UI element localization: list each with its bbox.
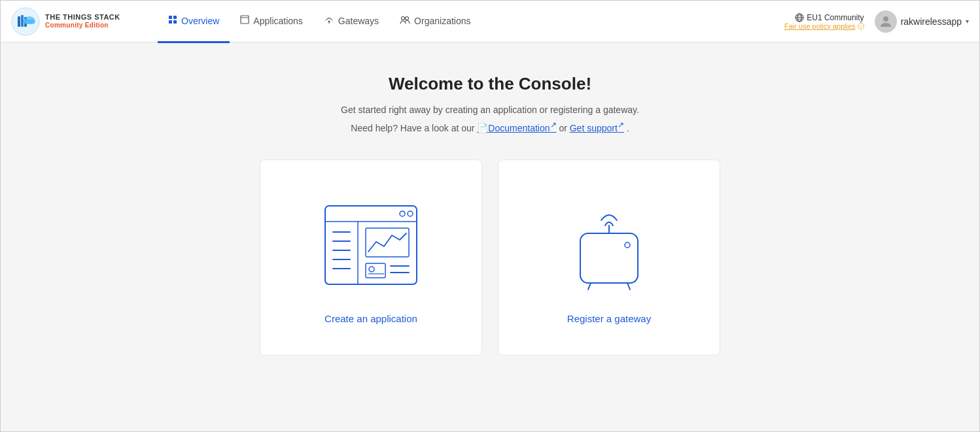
nav-item-organizations-label: Organizations: [414, 16, 470, 26]
nav-item-overview[interactable]: Overview: [158, 1, 230, 43]
cards-container: Create an application: [235, 159, 745, 356]
user-area[interactable]: rakwirelessapp ▾: [875, 10, 969, 33]
avatar-icon: [878, 14, 894, 29]
logo-subtitle: Community Edition: [45, 22, 120, 29]
svg-point-37: [369, 267, 374, 272]
svg-point-28: [408, 211, 413, 216]
svg-point-27: [400, 211, 405, 216]
application-card-icon: [306, 193, 436, 300]
svg-rect-9: [169, 20, 172, 24]
help-text: Need help? Have a look at our 📄Documenta…: [351, 120, 629, 133]
svg-line-44: [588, 283, 591, 290]
svg-point-15: [402, 17, 405, 20]
svg-text:?: ?: [860, 24, 862, 28]
documentation-link[interactable]: 📄Documentation↗: [477, 123, 556, 133]
nav-item-gateways-label: Gateways: [338, 16, 379, 26]
svg-point-16: [406, 17, 409, 20]
svg-point-6: [29, 19, 35, 24]
svg-point-24: [883, 16, 888, 22]
nav-item-applications[interactable]: Applications: [230, 1, 313, 43]
logo-title: THE THINGS STACK: [45, 13, 120, 22]
svg-rect-36: [366, 263, 385, 278]
main-content: Welcome to the Console! Get started righ…: [1, 42, 979, 432]
region-name: EU1 Community: [795, 13, 864, 22]
welcome-title: Welcome to the Console!: [389, 74, 591, 94]
ttn-logo-icon: [11, 7, 40, 36]
svg-rect-11: [241, 16, 249, 24]
globe-icon: [795, 13, 804, 22]
create-application-card[interactable]: Create an application: [260, 159, 482, 356]
help-text-middle: or: [559, 123, 569, 133]
nav-items: Overview Applications Gate: [158, 1, 784, 42]
create-application-label: Create an application: [324, 313, 417, 324]
svg-rect-10: [173, 20, 177, 24]
navbar: THE THINGS STACK Community Edition Overv…: [1, 1, 979, 42]
register-gateway-label: Register a gateway: [567, 313, 651, 324]
nav-item-gateways[interactable]: Gateways: [313, 1, 389, 43]
svg-rect-2: [21, 15, 24, 27]
support-link[interactable]: Get support↗: [570, 123, 624, 133]
region-info: EU1 Community Fair use policy applies ?: [784, 13, 864, 30]
gateway-card-icon: [544, 193, 674, 300]
help-text-before: Need help? Have a look at our: [351, 123, 477, 133]
doc-icon: 📄: [477, 123, 488, 133]
nav-item-overview-label: Overview: [181, 16, 219, 26]
welcome-subtitle: Get started right away by creating an ap…: [341, 105, 639, 115]
logo-text: THE THINGS STACK Community Edition: [45, 13, 120, 29]
overview-icon: [168, 15, 177, 26]
applications-icon: [240, 15, 249, 26]
user-avatar: [875, 10, 897, 33]
header-right: EU1 Community Fair use policy applies ? …: [784, 10, 969, 33]
svg-rect-7: [169, 16, 172, 19]
nav-item-organizations[interactable]: Organizations: [389, 1, 481, 43]
help-icon: ?: [858, 23, 864, 29]
gateways-icon: [324, 15, 334, 26]
help-text-after: .: [627, 123, 629, 133]
svg-line-45: [627, 283, 630, 290]
username-label: rakwirelessapp: [901, 16, 962, 27]
fair-use-policy[interactable]: Fair use policy applies ?: [784, 22, 864, 30]
svg-rect-1: [18, 16, 20, 27]
logo-area: THE THINGS STACK Community Edition: [11, 7, 142, 36]
svg-point-13: [328, 21, 330, 23]
register-gateway-card[interactable]: Register a gateway: [498, 159, 720, 356]
svg-point-43: [625, 242, 630, 248]
nav-item-applications-label: Applications: [253, 16, 303, 26]
svg-rect-8: [173, 16, 177, 19]
svg-rect-42: [580, 233, 638, 283]
organizations-icon: [400, 15, 410, 26]
user-dropdown-arrow: ▾: [966, 18, 969, 25]
